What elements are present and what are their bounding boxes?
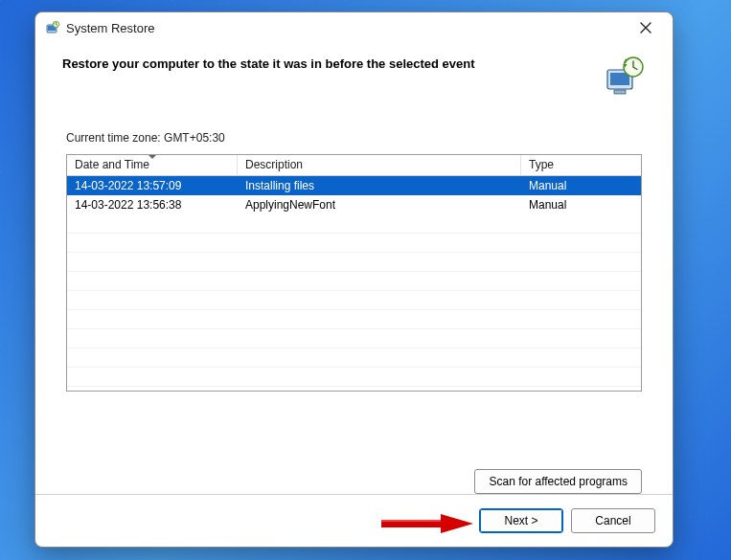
- scan-row: Scan for affected programs: [35, 456, 673, 494]
- titlebar: System Restore: [35, 12, 673, 43]
- header: Restore your computer to the state it wa…: [35, 43, 673, 102]
- footer: Next > Cancel: [35, 494, 673, 547]
- column-header-description[interactable]: Description: [238, 155, 521, 175]
- table-body: 14-03-2022 13:57:09Installing filesManua…: [67, 176, 641, 391]
- next-button[interactable]: Next >: [479, 508, 563, 533]
- close-button[interactable]: [628, 14, 663, 41]
- table-header[interactable]: Date and Time Description Type: [67, 155, 641, 176]
- restore-points-table[interactable]: Date and Time Description Type 14-03-202…: [66, 154, 642, 392]
- system-restore-large-icon: [602, 55, 646, 99]
- cancel-button[interactable]: Cancel: [571, 508, 655, 533]
- cell-description: ApplyingNewFont: [238, 195, 521, 214]
- table-row[interactable]: 14-03-2022 13:57:09Installing filesManua…: [67, 176, 641, 195]
- system-restore-icon: [45, 20, 60, 35]
- cell-type: Manual: [521, 195, 641, 214]
- cell-date: 14-03-2022 13:56:38: [67, 195, 238, 214]
- timezone-label: Current time zone: GMT+05:30: [66, 131, 642, 145]
- cell-description: Installing files: [238, 176, 521, 195]
- content-area: Current time zone: GMT+05:30 Date and Ti…: [35, 102, 673, 456]
- column-header-date[interactable]: Date and Time: [67, 155, 238, 175]
- column-header-type[interactable]: Type: [521, 155, 641, 175]
- scan-affected-programs-button[interactable]: Scan for affected programs: [474, 469, 642, 494]
- system-restore-dialog: System Restore Restore your computer to …: [34, 11, 674, 548]
- table-row[interactable]: 14-03-2022 13:56:38ApplyingNewFontManual: [67, 195, 641, 214]
- cell-date: 14-03-2022 13:57:09: [67, 176, 238, 195]
- svg-rect-6: [614, 90, 626, 94]
- cell-type: Manual: [521, 176, 641, 195]
- page-heading: Restore your computer to the state it wa…: [62, 55, 602, 71]
- window-title: System Restore: [66, 21, 154, 35]
